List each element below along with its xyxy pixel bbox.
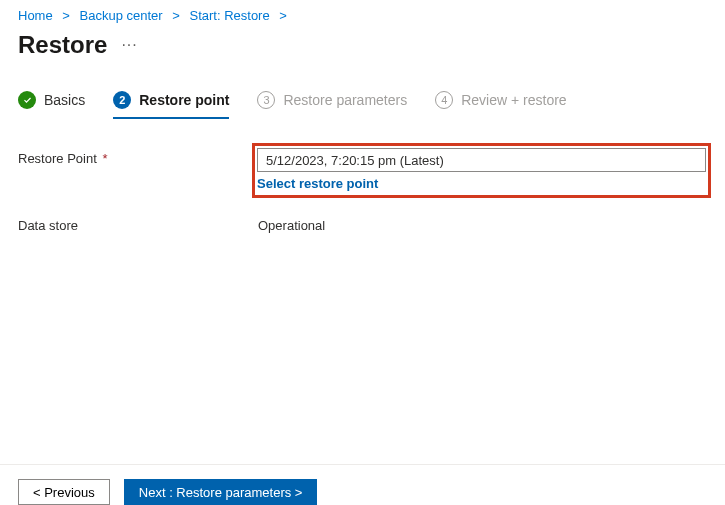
tab-label: Review + restore [461, 92, 566, 108]
row-data-store: Data store Operational [18, 214, 707, 233]
next-button[interactable]: Next : Restore parameters > [124, 479, 318, 505]
step-number-icon: 4 [435, 91, 453, 109]
tab-label: Basics [44, 92, 85, 108]
tab-label: Restore parameters [283, 92, 407, 108]
wizard-footer: < Previous Next : Restore parameters > [18, 471, 317, 505]
restore-point-input[interactable] [257, 148, 706, 172]
breadcrumb: Home > Backup center > Start: Restore > [0, 0, 725, 29]
required-indicator: * [102, 151, 107, 166]
page-header: Restore ··· [0, 29, 725, 73]
tab-label: Restore point [139, 92, 229, 108]
footer-divider [0, 464, 725, 465]
step-number-icon: 2 [113, 91, 131, 109]
tab-restore-point[interactable]: 2 Restore point [113, 91, 229, 119]
tab-review-restore[interactable]: 4 Review + restore [435, 91, 566, 119]
page-title: Restore [18, 31, 107, 59]
previous-button[interactable]: < Previous [18, 479, 110, 505]
chevron-right-icon: > [62, 8, 70, 23]
more-actions-icon[interactable]: ··· [121, 36, 137, 54]
form-area: Restore Point * Select restore point Dat… [0, 119, 725, 233]
data-store-value: Operational [258, 214, 707, 233]
breadcrumb-start-restore[interactable]: Start: Restore [189, 8, 269, 23]
row-restore-point: Restore Point * Select restore point [18, 147, 707, 192]
select-restore-point-link[interactable]: Select restore point [257, 176, 378, 191]
data-store-label: Data store [18, 214, 258, 233]
restore-point-highlight: Select restore point [252, 143, 711, 198]
checkmark-icon [18, 91, 36, 109]
tab-restore-parameters[interactable]: 3 Restore parameters [257, 91, 407, 119]
step-number-icon: 3 [257, 91, 275, 109]
tab-basics[interactable]: Basics [18, 91, 85, 119]
wizard-tabs: Basics 2 Restore point 3 Restore paramet… [0, 73, 725, 119]
breadcrumb-backup-center[interactable]: Backup center [80, 8, 163, 23]
chevron-right-icon: > [172, 8, 180, 23]
breadcrumb-home[interactable]: Home [18, 8, 53, 23]
restore-point-label: Restore Point * [18, 147, 258, 166]
chevron-right-icon: > [279, 8, 287, 23]
